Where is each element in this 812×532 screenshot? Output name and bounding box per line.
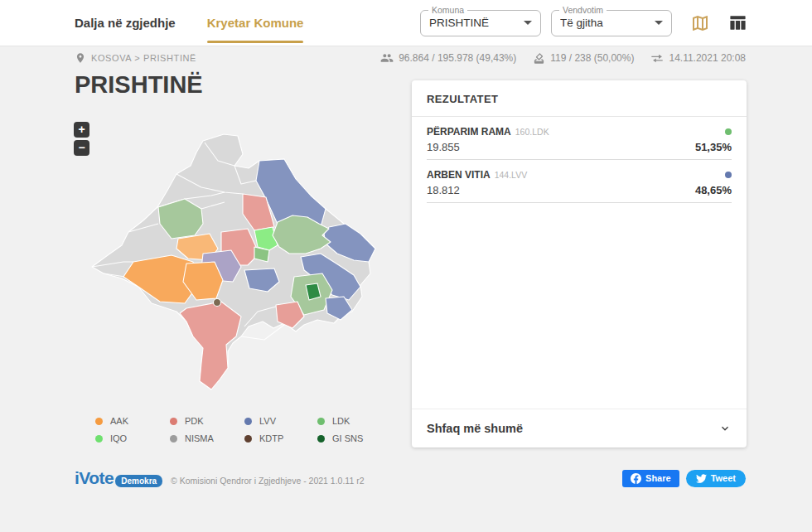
candidate-party-dot: [725, 172, 732, 178]
top-header: Dalja në zgjedhje Kryetar Komune Komuna …: [0, 0, 812, 46]
election-dashboard: Dalja në zgjedhje Kryetar Komune Komuna …: [0, 0, 812, 532]
legend-label: NISMA: [185, 433, 214, 443]
legend-dot: [244, 435, 252, 443]
counted-stat: 119 / 238 (50,00%): [533, 52, 634, 65]
candidate-name: PËRPARIM RAMA: [427, 126, 511, 138]
share-label: Share: [645, 473, 671, 483]
legend-item-lvv: LVV: [244, 416, 317, 426]
candidate-votes: 19.855: [427, 141, 460, 153]
tab-underline-inactive: [75, 41, 176, 43]
legend-dot: [244, 418, 252, 425]
zoom-in-button[interactable]: +: [74, 122, 89, 138]
municipality-kdtp[interactable]: [214, 299, 221, 307]
results-title: REZULTATET: [412, 80, 747, 117]
dropdown-caret-icon: [524, 21, 532, 25]
copyright-text: © Komisioni Qendror i Zgjedhjeve - 2021 …: [171, 476, 364, 486]
breadcrumb[interactable]: KOSOVA > PRISHTINË: [75, 52, 196, 64]
tweet-label: Tweet: [711, 473, 736, 483]
twitter-tweet-button[interactable]: Tweet: [686, 470, 746, 487]
brand: iVote Demokra © Komisioni Qendror i Zgje…: [75, 468, 365, 488]
municipality-pdk[interactable]: [180, 302, 241, 389]
legend-label: PDK: [185, 416, 204, 426]
header-filters: Komuna PRISHTINË Vendvotim Të gjitha: [420, 10, 672, 36]
legend-item-nisma: NISMA: [170, 433, 244, 443]
view-switcher: [690, 13, 747, 33]
legend-item-gisns: GI SNS: [317, 433, 392, 443]
footer: iVote Demokra © Komisioni Qendror i Zgje…: [0, 464, 812, 492]
tab-underline-active: [207, 41, 304, 43]
twitter-bird-icon: [696, 473, 707, 484]
vendvotim-select-label: Vendvotim: [559, 5, 607, 15]
candidate-votes: 18.812: [427, 184, 460, 196]
updated-stat: 14.11.2021 20:08: [650, 52, 746, 64]
ivote-logo: iVote: [75, 468, 114, 488]
legend-item-kdtp: KDTP: [244, 433, 317, 443]
results-card: REZULTATET PËRPARIM RAMA 160.LDK 19.855 …: [412, 80, 747, 447]
breadcrumb-path: KOSOVA > PRISHTINË: [91, 53, 196, 63]
turnout-stat: 96.864 / 195.978 (49,43%): [380, 51, 516, 65]
sync-arrows-icon: [650, 52, 664, 64]
ballot-box-icon: [533, 52, 545, 65]
facebook-icon: [631, 473, 641, 484]
turnout-value: 96.864 / 195.978 (49,43%): [399, 52, 516, 64]
zoom-out-button[interactable]: −: [74, 140, 89, 156]
subheader: KOSOVA > PRISHTINË 96.864 / 195.978 (49,…: [0, 47, 812, 69]
page-title: PRISHTINË: [75, 71, 203, 99]
tab-kryetar-komune[interactable]: Kryetar Komune: [207, 0, 304, 46]
legend-dot: [95, 418, 103, 425]
komuna-select-label: Komuna: [428, 5, 467, 15]
legend-dot: [317, 435, 325, 443]
legend-dot: [95, 435, 103, 443]
vendvotim-select[interactable]: Vendvotim Të gjitha: [551, 10, 672, 36]
main-tabs: Dalja në zgjedhje Kryetar Komune: [75, 0, 303, 46]
show-more-label: Shfaq më shumë: [427, 422, 523, 435]
facebook-share-button[interactable]: Share: [622, 470, 679, 487]
candidate-party-dot: [725, 128, 732, 135]
dropdown-caret-icon: [655, 21, 663, 25]
location-pin-icon: [75, 52, 86, 64]
map-view-icon[interactable]: [690, 13, 710, 33]
updated-value: 14.11.2021 20:08: [669, 52, 746, 64]
vendvotim-select-value: Të gjitha: [560, 17, 650, 29]
show-more-button[interactable]: Shfaq më shumë: [412, 409, 747, 447]
candidate-row: PËRPARIM RAMA 160.LDK 19.855 51,35%: [427, 117, 732, 160]
legend-dot: [317, 418, 325, 425]
legend-dot: [170, 435, 177, 443]
legend-label: KDTP: [259, 433, 283, 443]
legend-item-pdk: PDK: [170, 416, 244, 426]
party-legend: AAK PDK LVV LDK IQO NISMA KDTP GI SNS: [95, 416, 392, 443]
candidate-list-code: 160.LDK: [515, 127, 549, 137]
legend-label: AAK: [110, 416, 128, 426]
table-view-icon[interactable]: [728, 13, 747, 32]
candidate-list-code: 144.LVV: [495, 170, 528, 180]
legend-label: GI SNS: [332, 433, 363, 443]
card-spacer: [412, 203, 747, 409]
tab-dalja-ne-zgjedhje[interactable]: Dalja në zgjedhje: [75, 0, 176, 46]
chevron-down-icon: [718, 422, 732, 435]
legend-label: LVV: [259, 416, 276, 426]
kosovo-municipalities-map[interactable]: [79, 123, 394, 404]
legend-item-iqo: IQO: [95, 433, 170, 443]
tab-label: Kryetar Komune: [207, 16, 304, 30]
candidate-percent: 48,65%: [695, 184, 732, 196]
legend-label: IQO: [110, 433, 127, 443]
demokra-badge: Demokra: [115, 475, 162, 487]
voters-icon: [380, 51, 394, 65]
legend-label: LDK: [332, 416, 350, 426]
tab-label: Dalja në zgjedhje: [75, 16, 176, 30]
candidate-name: ARBEN VITIA: [427, 169, 491, 181]
komuna-select-value: PRISHTINË: [429, 17, 519, 29]
candidate-percent: 51,35%: [695, 141, 732, 153]
map-zoom-controls: + −: [74, 122, 89, 156]
counted-value: 119 / 238 (50,00%): [550, 52, 634, 64]
candidate-row: ARBEN VITIA 144.LVV 18.812 48,65%: [427, 160, 732, 203]
stats-bar: 96.864 / 195.978 (49,43%) 119 / 238 (50,…: [380, 51, 746, 65]
legend-item-aak: AAK: [95, 416, 170, 426]
legend-item-ldk: LDK: [317, 416, 392, 426]
komuna-select[interactable]: Komuna PRISHTINË: [420, 10, 541, 36]
social-share: Share Tweet: [622, 470, 746, 487]
legend-dot: [170, 418, 177, 425]
